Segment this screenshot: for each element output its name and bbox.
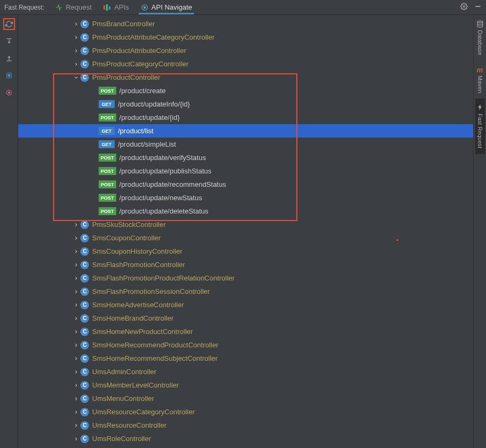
controller-name: UmsRoleController (92, 435, 151, 443)
controller-name: SmsFlashPromotionProductRelationControll… (92, 274, 235, 282)
chevron-right-icon[interactable] (72, 408, 80, 416)
controller-node[interactable]: CUmsMemberLevelController (18, 378, 473, 392)
method-badge-post: POST (99, 113, 116, 122)
controller-node[interactable]: CPmsProductController (18, 71, 473, 84)
svg-point-5 (463, 5, 465, 7)
controller-name: SmsCouponController (92, 234, 161, 242)
chevron-right-icon[interactable] (72, 261, 80, 269)
class-icon: C (80, 368, 89, 376)
fast-request-tool[interactable]: Fast Request (475, 98, 485, 154)
controller-node[interactable]: CSmsHomeBrandController (18, 312, 473, 325)
endpoint-node[interactable]: POST/product/update/newStatus (18, 191, 473, 204)
endpoint-node[interactable]: POST/product/update/verifyStatus (18, 151, 473, 164)
svg-point-4 (144, 6, 146, 9)
chevron-right-icon[interactable] (72, 20, 80, 28)
controller-node[interactable]: CPmsProductAttributeController (18, 44, 473, 57)
endpoint-node[interactable]: GET/product/updateInfo/{id} (18, 97, 473, 111)
class-icon: C (80, 60, 89, 69)
controller-node[interactable]: CSmsFlashPromotionProductRelationControl… (18, 271, 473, 285)
tab-apis[interactable]: APIs (101, 0, 131, 14)
chevron-right-icon[interactable] (72, 60, 80, 69)
controller-node[interactable]: CSmsCouponHistoryController (18, 245, 473, 258)
method-badge-post: POST (99, 207, 116, 215)
api-tree[interactable]: CPmsBrandControllerCPmsProductAttributeC… (18, 15, 473, 448)
chevron-right-icon[interactable] (72, 421, 80, 430)
controller-node[interactable]: CPmsBrandController (18, 17, 473, 31)
class-icon: C (80, 354, 89, 363)
maven-tool[interactable]: mMaven (475, 60, 485, 98)
chevron-right-icon[interactable] (72, 301, 80, 309)
endpoint-node[interactable]: POST/product/update/publishStatus (18, 164, 473, 178)
class-icon: C (80, 20, 89, 28)
controller-node[interactable]: CSmsHomeAdvertiseController (18, 298, 473, 312)
gear-icon[interactable] (460, 3, 468, 12)
class-icon: C (80, 394, 89, 403)
filter-icon[interactable] (3, 70, 15, 81)
endpoint-node[interactable]: POST/product/update/recommendStatus (18, 178, 473, 191)
expand-icon[interactable] (3, 35, 15, 47)
controller-node[interactable]: CPmsProductCategoryController (18, 57, 473, 71)
chevron-right-icon[interactable] (72, 221, 80, 229)
endpoint-node[interactable]: GET/product/list (18, 124, 473, 138)
endpoint-path: /product/create (119, 87, 166, 95)
controller-node[interactable]: CSmsHomeRecommendProductController (18, 338, 473, 352)
controller-name: SmsFlashPromotionController (92, 261, 185, 269)
class-icon: C (80, 287, 89, 296)
refresh-icon[interactable] (3, 18, 15, 30)
left-toolbar (0, 15, 18, 448)
chevron-down-icon[interactable] (72, 73, 80, 82)
controller-node[interactable]: CSmsFlashPromotionSessionController (18, 285, 473, 298)
controller-node[interactable]: CUmsAdminController (18, 365, 473, 378)
method-badge-post: POST (99, 87, 116, 95)
controller-node[interactable]: CPmsProductAttributeCategoryController (18, 31, 473, 44)
class-icon: C (80, 421, 89, 430)
svg-rect-12 (8, 74, 10, 77)
chevron-right-icon[interactable] (72, 47, 80, 55)
chevron-right-icon[interactable] (72, 247, 80, 256)
chevron-right-icon[interactable] (72, 354, 80, 363)
controller-node[interactable]: CSmsHomeRecommendSubjectController (18, 352, 473, 365)
request-icon (55, 4, 63, 11)
tab-request[interactable]: Request (53, 0, 94, 14)
endpoint-path: /product/update/newStatus (119, 194, 203, 202)
endpoint-node[interactable]: POST/product/update/deleteStatus (18, 204, 473, 218)
svg-rect-1 (106, 4, 108, 11)
collapse-icon[interactable] (3, 52, 15, 64)
class-icon: C (80, 328, 89, 336)
database-tool[interactable]: Database (475, 15, 485, 60)
controller-node[interactable]: CSmsHomeNewProductController (18, 325, 473, 338)
endpoint-node[interactable]: GET/product/simpleList (18, 138, 473, 151)
apis-icon (103, 4, 111, 11)
controller-name: PmsProductCategoryController (92, 60, 189, 68)
chevron-right-icon[interactable] (72, 274, 80, 283)
controller-node[interactable]: CUmsResourceCategoryController (18, 405, 473, 419)
chevron-right-icon[interactable] (72, 314, 80, 323)
chevron-right-icon[interactable] (72, 234, 80, 242)
minimize-icon[interactable] (474, 3, 482, 12)
method-badge-post: POST (99, 154, 116, 162)
endpoint-node[interactable]: POST/product/update/{id} (18, 111, 473, 124)
controller-name: UmsResourceController (92, 421, 167, 429)
endpoint-path: /product/updateInfo/{id} (118, 100, 190, 108)
chevron-right-icon[interactable] (72, 381, 80, 390)
controller-node[interactable]: CPmsSkuStockController (18, 218, 473, 231)
chevron-right-icon[interactable] (72, 33, 80, 42)
chevron-right-icon[interactable] (72, 328, 80, 336)
controller-node[interactable]: CSmsCouponController (18, 231, 473, 245)
controller-node[interactable]: CUmsRoleController (18, 432, 473, 445)
controller-node[interactable]: CSmsFlashPromotionController (18, 258, 473, 271)
class-icon: C (80, 301, 89, 309)
controller-node[interactable]: CUmsMenuController (18, 392, 473, 405)
class-icon: C (80, 73, 89, 82)
chevron-right-icon[interactable] (72, 368, 80, 376)
class-icon: C (80, 261, 89, 269)
tab-api-navigate[interactable]: API Navigate (139, 0, 195, 14)
svg-point-15 (477, 21, 482, 23)
chevron-right-icon[interactable] (72, 341, 80, 350)
controller-node[interactable]: CUmsResourceController (18, 419, 473, 432)
target-icon[interactable] (3, 87, 15, 98)
chevron-right-icon[interactable] (72, 287, 80, 296)
chevron-right-icon[interactable] (72, 435, 80, 443)
endpoint-node[interactable]: POST/product/create (18, 84, 473, 97)
chevron-right-icon[interactable] (72, 394, 80, 403)
